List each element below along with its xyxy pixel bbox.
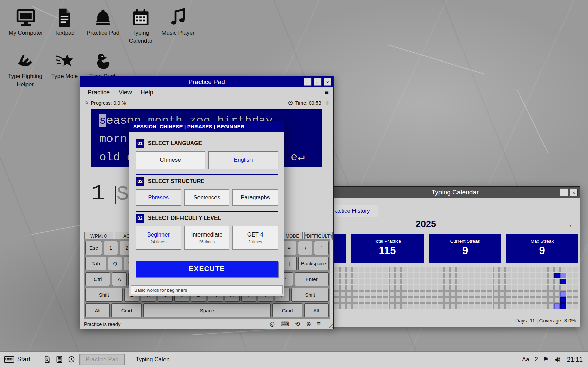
desktop-icon-type-mole[interactable]: Type Mole (46, 51, 84, 81)
heatmap-cell[interactable] (567, 285, 572, 291)
heatmap-cell[interactable] (530, 273, 535, 278)
tab-practice-history[interactable]: Practice History (330, 205, 378, 217)
heatmap-cell[interactable] (401, 303, 407, 309)
heatmap-cell[interactable] (548, 285, 554, 291)
heatmap-cell[interactable] (395, 285, 401, 291)
start-button[interactable]: Start (0, 352, 35, 367)
heatmap-cell[interactable] (414, 303, 419, 309)
heatmap-cell[interactable] (554, 279, 560, 284)
heatmap-cell[interactable] (536, 273, 541, 278)
practice-maximize-button[interactable]: □ (314, 78, 322, 86)
heatmap-cell[interactable] (346, 291, 352, 297)
heatmap-cell[interactable] (505, 273, 511, 278)
heatmap-cell[interactable] (334, 297, 340, 303)
heatmap-cell[interactable] (444, 297, 450, 303)
heatmap-cell[interactable] (420, 273, 425, 278)
heatmap-cell[interactable] (481, 291, 486, 297)
practice-close-button[interactable]: × (324, 78, 331, 86)
heatmap-cell[interactable] (573, 291, 578, 297)
heatmap-cell[interactable] (444, 267, 450, 272)
heatmap-cell[interactable] (512, 291, 517, 297)
heatmap-cell[interactable] (487, 297, 492, 303)
heatmap-cell[interactable] (438, 303, 444, 309)
heatmap-cell[interactable] (383, 285, 388, 291)
practice-minimize-button[interactable]: – (304, 78, 312, 86)
heatmap-cell[interactable] (573, 285, 578, 291)
option-phrases[interactable]: Phrases (136, 189, 181, 206)
heatmap-cell[interactable] (444, 273, 450, 278)
heatmap-cell[interactable] (499, 303, 505, 309)
heatmap-cell[interactable] (340, 297, 346, 303)
heatmap-cell[interactable] (567, 297, 572, 303)
heatmap-cell[interactable] (340, 303, 346, 309)
heatmap-cell[interactable] (450, 279, 456, 284)
heatmap-cell[interactable] (414, 297, 419, 303)
option-beginner[interactable]: Beginner 24 times (136, 226, 181, 250)
heatmap-cell[interactable] (346, 303, 352, 309)
key-ctrl[interactable]: Ctrl (85, 272, 110, 286)
heatmap-cell[interactable] (567, 291, 572, 297)
heatmap-cell[interactable] (359, 297, 364, 303)
heatmap-cell[interactable] (408, 303, 413, 309)
heatmap-cell[interactable] (475, 273, 480, 278)
heatmap-cell[interactable] (438, 297, 444, 303)
heatmap-cell[interactable] (438, 267, 444, 272)
key-backtick[interactable]: ` (314, 241, 329, 255)
heatmap-cell[interactable] (567, 273, 572, 278)
heatmap-cell[interactable] (444, 291, 450, 297)
heatmap-cell[interactable] (536, 303, 541, 309)
heatmap-cell[interactable] (365, 273, 370, 278)
heatmap-cell[interactable] (481, 273, 486, 278)
heatmap-cell[interactable] (395, 267, 401, 272)
heatmap-cell[interactable] (573, 279, 578, 284)
heatmap-cell[interactable] (383, 291, 388, 297)
heatmap-cell[interactable] (444, 303, 450, 309)
heatmap-cell[interactable] (463, 297, 468, 303)
input-source-indicator[interactable]: 2 (535, 356, 538, 363)
heatmap-cell[interactable] (499, 297, 505, 303)
heatmap-cell[interactable] (426, 303, 431, 309)
heatmap-cell[interactable] (377, 267, 382, 272)
heatmap-cell[interactable] (365, 303, 370, 309)
heatmap-cell[interactable] (426, 279, 431, 284)
heatmap-cell[interactable] (573, 303, 578, 309)
heatmap-cell[interactable] (401, 279, 407, 284)
heatmap-cell[interactable] (469, 291, 474, 297)
heatmap-cell[interactable] (371, 267, 376, 272)
heatmap-cell[interactable] (352, 291, 358, 297)
heatmap-cell[interactable] (524, 279, 529, 284)
heatmap-cell[interactable] (542, 285, 548, 291)
heatmap-cell[interactable] (524, 267, 529, 272)
heatmap-cell[interactable] (518, 267, 523, 272)
heatmap-cell[interactable] (481, 267, 486, 272)
heatmap-cell[interactable] (487, 279, 492, 284)
practice-pad-titlebar[interactable]: Practice Pad – □ × (80, 76, 333, 87)
heatmap-cell[interactable] (371, 279, 376, 284)
heatmap-cell[interactable] (426, 285, 431, 291)
heatmap-cell[interactable] (340, 267, 346, 272)
heatmap-cell[interactable] (560, 285, 566, 291)
heatmap-cell[interactable] (554, 303, 560, 309)
heatmap-cell[interactable] (444, 285, 450, 291)
heatmap-cell[interactable] (359, 267, 364, 272)
heatmap-cell[interactable] (377, 303, 382, 309)
heatmap-cell[interactable] (518, 291, 523, 297)
heatmap-cell[interactable] (505, 303, 511, 309)
heatmap-cell[interactable] (395, 297, 401, 303)
heatmap-cell[interactable] (401, 297, 407, 303)
heatmap-cell[interactable] (450, 285, 456, 291)
heatmap-cell[interactable] (512, 273, 517, 278)
heatmap-cell[interactable] (554, 267, 560, 272)
option-cet-4[interactable]: CET-4 2 times (232, 226, 278, 250)
heatmap-cell[interactable] (395, 303, 401, 309)
heatmap-cell[interactable] (487, 303, 492, 309)
heatmap-cell[interactable] (493, 297, 499, 303)
desktop-icon-music-player[interactable]: Music Player (159, 7, 197, 37)
heatmap-cell[interactable] (456, 285, 462, 291)
heatmap-cell[interactable] (408, 273, 413, 278)
heatmap-cell[interactable] (389, 291, 395, 297)
heatmap-cell[interactable] (365, 291, 370, 297)
heatmap-cell[interactable] (530, 279, 535, 284)
heatmap-cell[interactable] (395, 279, 401, 284)
heatmap-cell[interactable] (401, 285, 407, 291)
